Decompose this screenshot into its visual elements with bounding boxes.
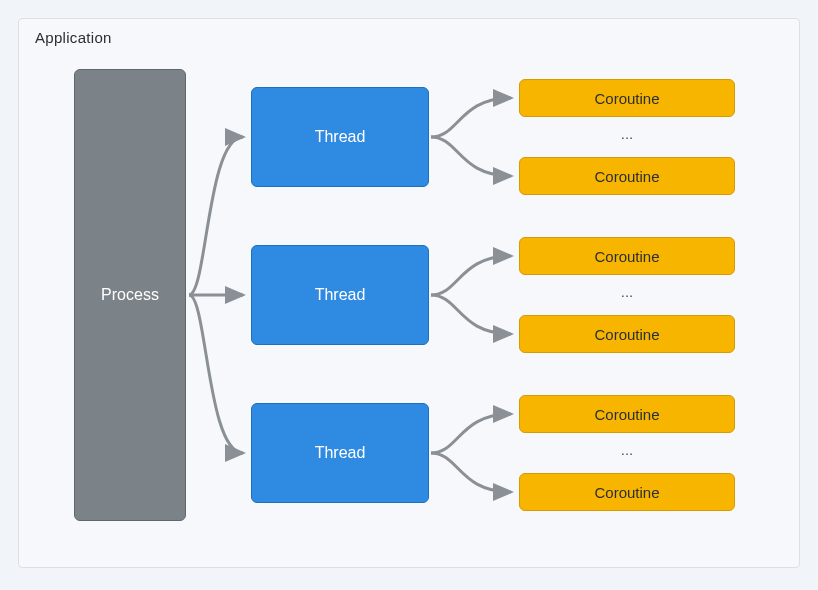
coroutine-label: Coroutine <box>594 326 659 343</box>
coroutine-label: Coroutine <box>594 406 659 423</box>
coroutine-ellipsis: ... <box>519 125 735 142</box>
thread-box: Thread <box>251 403 429 503</box>
thread-label: Thread <box>315 444 366 462</box>
coroutine-label: Coroutine <box>594 248 659 265</box>
process-label: Process <box>101 286 159 304</box>
coroutine-label: Coroutine <box>594 168 659 185</box>
thread-box: Thread <box>251 87 429 187</box>
coroutine-label: Coroutine <box>594 484 659 501</box>
coroutine-label: Coroutine <box>594 90 659 107</box>
application-frame: Application Process Thread Thread Thread… <box>18 18 800 568</box>
thread-box: Thread <box>251 245 429 345</box>
frame-title: Application <box>35 29 112 46</box>
coroutine-box: Coroutine <box>519 157 735 195</box>
process-box: Process <box>74 69 186 521</box>
coroutine-box: Coroutine <box>519 395 735 433</box>
coroutine-box: Coroutine <box>519 79 735 117</box>
thread-label: Thread <box>315 128 366 146</box>
coroutine-box: Coroutine <box>519 237 735 275</box>
coroutine-box: Coroutine <box>519 473 735 511</box>
thread-label: Thread <box>315 286 366 304</box>
coroutine-box: Coroutine <box>519 315 735 353</box>
coroutine-ellipsis: ... <box>519 441 735 458</box>
coroutine-ellipsis: ... <box>519 283 735 300</box>
